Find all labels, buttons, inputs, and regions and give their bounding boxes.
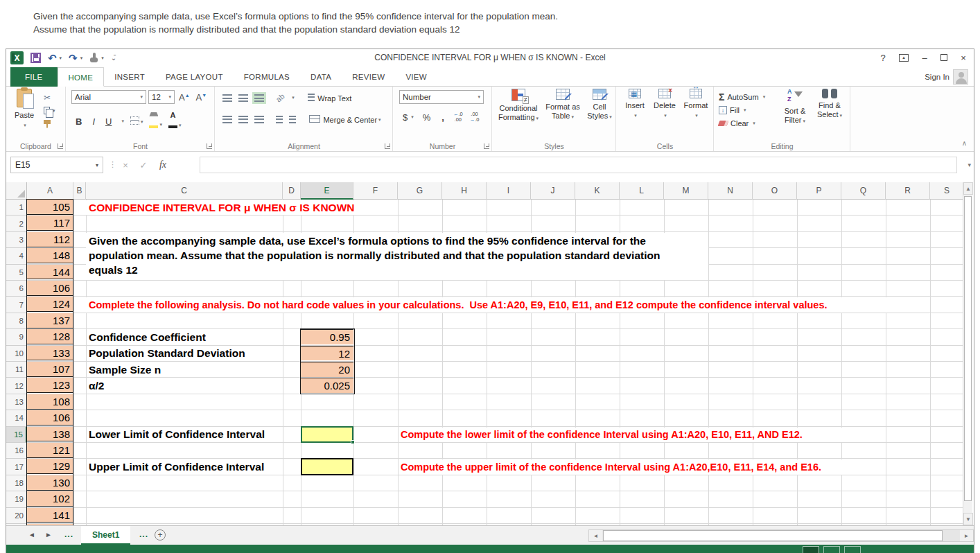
- cancel-entry-icon[interactable]: ×: [117, 157, 134, 173]
- insert-function-icon[interactable]: fx: [155, 157, 171, 173]
- cell-A16[interactable]: 121: [27, 443, 73, 458]
- number-format-combo[interactable]: Number▾: [399, 90, 484, 104]
- cell-C3-description[interactable]: Given the accompanying sample data, use …: [89, 234, 660, 278]
- format-as-table-button[interactable]: Format as Table▾: [543, 89, 583, 139]
- horizontal-scrollbar[interactable]: ◄ ►: [588, 529, 974, 542]
- column-header-N[interactable]: N: [708, 182, 753, 200]
- row-header-17[interactable]: 17: [6, 459, 27, 475]
- wrap-text-button[interactable]: Wrap Text: [308, 91, 352, 104]
- column-header-Q[interactable]: Q: [841, 182, 886, 200]
- page-break-view-icon[interactable]: [845, 547, 860, 553]
- row-header-16[interactable]: 16: [6, 443, 27, 459]
- align-bottom-icon[interactable]: [254, 94, 264, 102]
- cell-A12[interactable]: 123: [27, 378, 73, 393]
- cell-C7-analysis-note[interactable]: Complete the following analysis. Do not …: [89, 297, 828, 313]
- align-right-icon[interactable]: [254, 116, 264, 123]
- user-avatar-icon[interactable]: [953, 69, 968, 85]
- cell-C9-label[interactable]: Confidence Coefficient: [89, 329, 206, 345]
- previous-sheet-icon[interactable]: ◄: [28, 531, 35, 538]
- cell-A2[interactable]: 117: [27, 216, 73, 231]
- cell-A15[interactable]: 138: [27, 427, 73, 442]
- sort-filter-button[interactable]: AZ Sort & Filter▾: [778, 89, 812, 139]
- column-header-I[interactable]: I: [487, 182, 531, 200]
- page-layout-view-icon[interactable]: [824, 547, 839, 553]
- autosum-button[interactable]: Σ AutoSum▾: [719, 90, 765, 103]
- cell-E11-value[interactable]: 20: [301, 362, 353, 377]
- cell-A1[interactable]: 105: [27, 200, 73, 215]
- column-header-B[interactable]: B: [73, 182, 86, 200]
- confirm-entry-icon[interactable]: ✓: [135, 157, 152, 173]
- align-left-icon[interactable]: [222, 116, 232, 123]
- row-header-12[interactable]: 12: [6, 378, 27, 394]
- decrease-indent-icon[interactable]: [276, 116, 283, 123]
- column-header-G[interactable]: G: [398, 182, 442, 200]
- row-header-14[interactable]: 14: [6, 410, 27, 426]
- row-header-19[interactable]: 19: [6, 491, 27, 507]
- column-header-L[interactable]: L: [620, 182, 664, 200]
- number-dialog-launcher[interactable]: [484, 143, 489, 149]
- cell-A14[interactable]: 106: [27, 410, 73, 425]
- cell-A5[interactable]: 144: [27, 265, 73, 280]
- copy-button[interactable]: ▾: [44, 104, 55, 117]
- row-header-5[interactable]: 5: [6, 265, 27, 281]
- row-header-9[interactable]: 9: [6, 329, 27, 345]
- help-button[interactable]: ?: [877, 53, 889, 63]
- clear-button[interactable]: Clear▾: [719, 116, 765, 130]
- new-sheet-icon[interactable]: +: [155, 529, 166, 541]
- ribbon-tab-view[interactable]: VIEW: [395, 67, 437, 87]
- column-header-O[interactable]: O: [753, 182, 797, 200]
- vertical-scrollbar-thumb[interactable]: [964, 196, 972, 501]
- row-header-8[interactable]: 8: [6, 313, 27, 329]
- cell-C12-label[interactable]: α/2: [89, 378, 104, 394]
- format-painter-button[interactable]: [44, 117, 55, 130]
- ribbon-tab-home[interactable]: HOME: [58, 67, 105, 87]
- row-header-13[interactable]: 13: [6, 394, 27, 410]
- cut-button[interactable]: ✂: [44, 91, 55, 104]
- cell-E12-value[interactable]: 0.025: [301, 378, 353, 393]
- cell-A6[interactable]: 106: [27, 281, 73, 296]
- delete-cells-button[interactable]: × Delete▾: [650, 89, 679, 139]
- cell-E15-selected[interactable]: [301, 426, 353, 443]
- next-sheet-icon[interactable]: ►: [45, 531, 52, 538]
- row-header-6[interactable]: 6: [6, 281, 27, 297]
- normal-view-icon[interactable]: [803, 547, 819, 553]
- expand-formula-bar-icon[interactable]: ▾: [968, 161, 971, 168]
- cell-A3[interactable]: 112: [27, 232, 73, 247]
- row-header-10[interactable]: 10: [6, 346, 27, 362]
- percent-style-button[interactable]: %: [421, 112, 433, 123]
- name-box-dropdown-icon[interactable]: ▾: [96, 162, 98, 168]
- scroll-right-icon[interactable]: ►: [960, 530, 973, 541]
- row-header-11[interactable]: 11: [6, 362, 27, 378]
- align-center-icon[interactable]: [238, 116, 248, 123]
- conditional-formatting-button[interactable]: Conditional Formatting▾: [496, 89, 541, 139]
- decrease-font-button[interactable]: A▼: [194, 92, 209, 103]
- scroll-up-icon[interactable]: ▲: [963, 182, 973, 195]
- increase-indent-icon[interactable]: [289, 116, 296, 123]
- column-header-R[interactable]: R: [886, 182, 930, 200]
- merge-center-button[interactable]: Merge & Center▾: [309, 113, 381, 125]
- sheet-ellipsis-left[interactable]: ...: [64, 529, 73, 539]
- row-header-3[interactable]: 3: [6, 232, 27, 248]
- collapse-ribbon-icon[interactable]: ∧: [962, 139, 967, 147]
- horizontal-scrollbar-thumb[interactable]: [603, 530, 943, 541]
- fill-color-button[interactable]: ▾: [149, 112, 162, 131]
- cell-A8[interactable]: 137: [27, 313, 73, 328]
- cell-A7[interactable]: 124: [27, 297, 73, 312]
- cell-C17-label[interactable]: Upper Limit of Confidence Interval: [89, 459, 264, 475]
- cell-styles-button[interactable]: Cell Styles▾: [584, 89, 615, 139]
- cell-E9-value[interactable]: 0.95: [301, 329, 353, 344]
- ribbon-tab-insert[interactable]: INSERT: [104, 67, 155, 87]
- worksheet-grid[interactable]: ABCDEFGHIJKLMNOPQRS123456789101112131415…: [6, 182, 974, 525]
- row-header-1[interactable]: 1: [6, 200, 27, 216]
- orientation-icon[interactable]: ab: [274, 91, 286, 103]
- font-dialog-launcher[interactable]: [207, 143, 212, 149]
- increase-decimal-button[interactable]: ←.0.00: [453, 112, 463, 123]
- cell-A10[interactable]: 133: [27, 346, 73, 361]
- ribbon-tab-file[interactable]: FILE: [10, 67, 58, 87]
- ribbon-tab-page-layout[interactable]: PAGE LAYOUT: [155, 67, 234, 87]
- ribbon-display-options-button[interactable]: ▴: [899, 54, 909, 62]
- cell-A13[interactable]: 108: [27, 394, 73, 410]
- clipboard-dialog-launcher[interactable]: [58, 143, 63, 149]
- cell-A9[interactable]: 128: [27, 329, 73, 344]
- sheet-ellipsis-right[interactable]: ...: [139, 529, 148, 539]
